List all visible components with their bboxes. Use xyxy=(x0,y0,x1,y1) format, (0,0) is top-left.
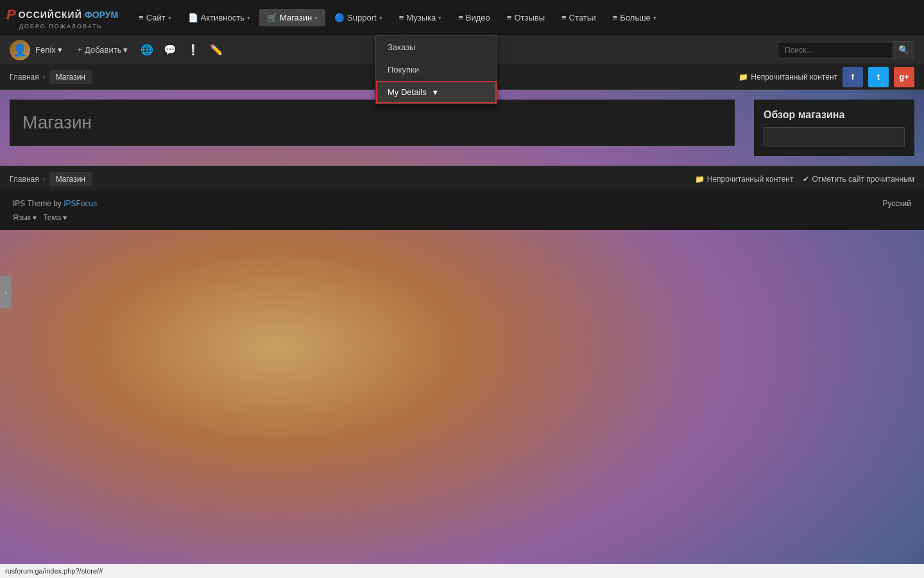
chat-icon: 💬 xyxy=(164,44,176,56)
dropdown-zakazi[interactable]: Заказы xyxy=(376,36,497,58)
footer-bottom: Язык ▾ Тема ▾ xyxy=(13,213,911,222)
dropdown-pokupki[interactable]: Покупки xyxy=(376,58,497,81)
pokupki-label: Покупки xyxy=(388,65,419,74)
sidebar-box: Обзор магазина xyxy=(754,100,914,156)
my-details-label: My Details xyxy=(388,87,427,97)
sidebar-title: Обзор магазина xyxy=(764,109,905,121)
theme-switcher[interactable]: Тема ▾ xyxy=(43,213,67,222)
alert-icon: ❕ xyxy=(187,44,200,56)
lang-caret: ▾ xyxy=(33,213,37,222)
nav-bolshe[interactable]: ≡ Больше ▾ xyxy=(605,9,664,26)
bottom-unread-label: Непрочитанный контент xyxy=(707,175,794,184)
user-menu[interactable]: Fenix ▾ xyxy=(35,45,62,55)
bottom-unread-link[interactable]: 📁 Непрочитанный контент xyxy=(695,175,794,184)
bottom-breadcrumb-magazin[interactable]: Магазин xyxy=(49,172,92,186)
nav-magazin[interactable]: 🛒 Магазин ▾ xyxy=(259,9,325,26)
chat-icon-btn[interactable]: 💬 xyxy=(161,41,179,59)
cart-icon: 🛒 xyxy=(267,13,277,22)
language-switcher[interactable]: Язык ▾ xyxy=(13,213,37,222)
user-avatar[interactable]: 👤 xyxy=(10,40,30,60)
aktivnost-icon: 📄 xyxy=(188,13,198,22)
dropdown-my-details[interactable]: My Details ▾ xyxy=(376,81,497,103)
folder-icon: 📁 xyxy=(695,175,705,184)
footer-top: IPS Theme by IPSFocus Русский xyxy=(13,199,911,208)
bottom-bar: Главная › Магазин 📁 Непрочитанный контен… xyxy=(0,166,924,191)
my-details-caret: ▾ xyxy=(433,87,438,97)
username-caret: ▾ xyxy=(58,45,62,55)
nav-otzivi[interactable]: ≡ Отзывы xyxy=(499,9,552,26)
user-bar-actions: + Добавить ▾ 🌐 💬 ❕ ✏️ xyxy=(73,41,226,59)
mark-read-link[interactable]: ✔ Отметить сайт прочитанным xyxy=(803,175,914,184)
nav-bolshe-label: Больше xyxy=(620,13,651,22)
zakazi-label: Заказы xyxy=(388,42,415,52)
chevron-right-icon: › xyxy=(4,289,6,296)
breadcrumb-magazin[interactable]: Магазин xyxy=(49,70,92,84)
lang-label: Язык xyxy=(13,213,31,222)
nav-aktivnost[interactable]: 📄 Активность ▾ xyxy=(180,9,258,26)
theme-label: IPS Theme xyxy=(13,199,51,208)
checkmark-icon: ✔ xyxy=(803,175,809,184)
otzivi-icon: ≡ xyxy=(507,13,512,22)
logo[interactable]: Р ОССИЙСКИЙ ФОРУМ ДОБРО ПОЖАЛОВАТЬ xyxy=(6,6,118,30)
nav-otzivi-label: Отзывы xyxy=(514,13,545,22)
alert-icon-btn[interactable]: ❕ xyxy=(184,41,202,59)
store-title: Магазин xyxy=(22,112,722,133)
unread-label: Непрочитанный контент xyxy=(751,73,837,82)
caret-icon: ▾ xyxy=(653,15,656,21)
caret-icon: ▾ xyxy=(168,15,171,21)
add-caret: ▾ xyxy=(123,45,128,55)
by-word: by xyxy=(53,199,62,208)
statii-icon: ≡ xyxy=(561,13,567,22)
avatar-image: 👤 xyxy=(13,43,27,57)
content-area: Магазин xyxy=(0,90,744,166)
twitter-icon: t xyxy=(877,72,880,82)
ipsfocus-link[interactable]: IPSFocus xyxy=(64,199,97,208)
sidebar-search-bar[interactable] xyxy=(764,127,905,146)
pen-icon: ✏️ xyxy=(210,44,223,56)
nav-muzika[interactable]: ≡ Музыка ▾ xyxy=(391,9,450,26)
breadcrumb-right: 📁 Непрочитанный контент f t g+ xyxy=(739,67,914,87)
caret-icon: ▾ xyxy=(314,15,318,21)
search-bar: 🔍 xyxy=(778,41,914,58)
mark-read-label: Отметить сайт прочитанным xyxy=(812,175,914,184)
bolshe-icon: ≡ xyxy=(613,13,618,22)
status-bar: rusforum.ga/index.php?/store/# xyxy=(0,564,924,578)
top-navigation: Р ОССИЙСКИЙ ФОРУМ ДОБРО ПОЖАЛОВАТЬ ≡ Сай… xyxy=(0,0,924,35)
globe-icon-btn[interactable]: 🌐 xyxy=(138,41,156,59)
breadcrumb-sep: › xyxy=(43,73,46,82)
sidebar: Обзор магазина xyxy=(744,90,924,166)
dropdown-arrow xyxy=(401,33,410,38)
nav-statii-label: Статьи xyxy=(569,13,596,22)
search-button[interactable]: 🔍 xyxy=(893,41,914,58)
unread-content-link[interactable]: 📁 Непрочитанный контент xyxy=(739,73,837,82)
search-input[interactable] xyxy=(778,42,893,58)
support-icon: 🔵 xyxy=(334,13,345,22)
nav-support[interactable]: 🔵 Support ▾ xyxy=(327,9,390,26)
facebook-icon: f xyxy=(851,72,854,82)
footer: IPS Theme by IPSFocus Русский Язык ▾ Тем… xyxy=(0,191,924,230)
footer-theme-info: IPS Theme by IPSFocus xyxy=(13,199,97,208)
nav-video-label: Видео xyxy=(466,13,490,22)
nav-support-label: Support xyxy=(347,13,377,22)
googleplus-button[interactable]: g+ xyxy=(894,67,914,87)
footer-language: Русский xyxy=(882,199,911,208)
bottom-breadcrumb-glavnaya[interactable]: Главная xyxy=(10,175,39,184)
nav-statii[interactable]: ≡ Статьи xyxy=(554,9,604,26)
nav-video[interactable]: ≡ Видео xyxy=(450,9,498,26)
breadcrumb-glavnaya[interactable]: Главная xyxy=(10,73,39,82)
username-label: Fenix xyxy=(35,45,56,55)
magazin-dropdown: Заказы Покупки My Details ▾ xyxy=(375,35,497,104)
pen-icon-btn[interactable]: ✏️ xyxy=(207,41,225,59)
search-icon: 🔍 xyxy=(898,45,909,55)
folder-icon: 📁 xyxy=(739,73,748,82)
facebook-button[interactable]: f xyxy=(843,67,863,87)
add-button[interactable]: + Добавить ▾ xyxy=(73,42,133,57)
side-panel-handle[interactable]: › xyxy=(0,276,12,308)
logo-forum: ФОРУМ xyxy=(85,10,118,20)
video-icon: ≡ xyxy=(458,13,463,22)
globe-icon: 🌐 xyxy=(141,44,153,56)
nav-magazin-label: Магазин xyxy=(280,13,312,22)
nav-muzika-label: Музыка xyxy=(406,13,436,22)
nav-sayt[interactable]: ≡ Сайт ▾ xyxy=(131,9,179,26)
twitter-button[interactable]: t xyxy=(868,67,889,87)
